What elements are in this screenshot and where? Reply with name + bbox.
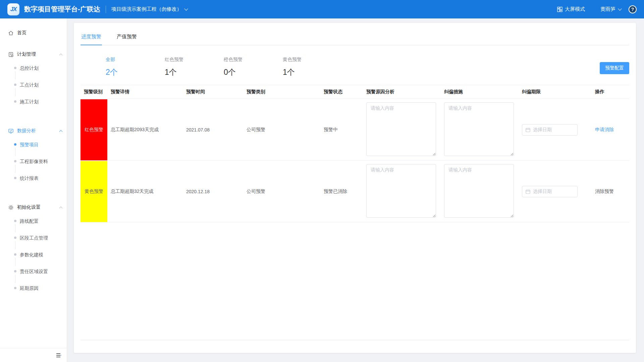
deadline-date-picker[interactable]: 选择日期 xyxy=(522,124,578,136)
bullet-icon xyxy=(14,177,16,179)
stat-value: 1个 xyxy=(283,67,342,77)
sidebar-item-construction-plan[interactable]: 施工计划 xyxy=(0,99,67,116)
app-logo: JX xyxy=(7,3,19,15)
sidebar-item-delay-reason[interactable]: 延期原因 xyxy=(0,286,67,302)
warning-status: 预警已消除 xyxy=(320,161,363,222)
col-warning-time: 预警时间 xyxy=(183,85,243,99)
tab-output-warning[interactable]: 产值预警 xyxy=(116,34,138,45)
col-warning-category: 预警类别 xyxy=(243,85,320,99)
red-warning-badge: 红色预警 xyxy=(80,99,107,160)
user-menu[interactable]: 黄雨笋 xyxy=(600,6,621,12)
top-header: JX 数字项目管理平台-广联达 项目级演示案例工程（勿修改） 大屏模式 黄雨笋 … xyxy=(0,0,644,18)
chevron-down-icon xyxy=(618,7,622,10)
col-actions: 操作 xyxy=(592,85,629,99)
sidebar-item-label: 工点计划 xyxy=(20,82,39,88)
bullet-icon xyxy=(14,143,16,146)
sidebar-item-label: 工程影像资料 xyxy=(20,159,48,164)
col-warning-level: 预警级别 xyxy=(80,85,107,99)
sidebar-item-home[interactable]: 首页 xyxy=(0,27,67,39)
corrective-measures-cell xyxy=(441,99,519,161)
warning-config-button[interactable]: 预警配置 xyxy=(600,62,629,74)
sidebar-item-site-plan[interactable]: 工点计划 xyxy=(0,82,67,99)
stat-yellow-warning[interactable]: 黄色预警 1个 xyxy=(283,57,342,80)
corrective-measures-cell xyxy=(441,161,519,222)
tab-progress-warning[interactable]: 进度预警 xyxy=(80,34,102,45)
sidebar-item-master-plan[interactable]: 总控计划 xyxy=(0,65,67,82)
sidebar-item-label: 责任区域设置 xyxy=(20,269,48,274)
col-warning-detail: 预警详情 xyxy=(107,85,183,99)
cause-analysis-cell xyxy=(363,161,441,222)
stat-value: 2个 xyxy=(106,67,165,77)
corrective-measures-input[interactable] xyxy=(444,164,514,218)
corrective-measures-input[interactable] xyxy=(444,102,514,156)
project-selector-label: 项目级演示案例工程（勿修改） xyxy=(111,6,182,12)
sidebar-item-label: 参数化建模 xyxy=(20,252,43,257)
sidebar-item-responsibility-area[interactable]: 责任区域设置 xyxy=(0,269,67,286)
plan-icon xyxy=(8,52,14,57)
tab-bar: 进度预警 产值预警 xyxy=(80,23,629,45)
sidebar-item-label: 统计报表 xyxy=(20,175,39,181)
actions-cell: 申请消除 xyxy=(592,99,629,161)
sidebar-item-label: 施工计划 xyxy=(20,99,39,104)
sidebar-section-init-settings[interactable]: 初始化设置 xyxy=(0,201,67,214)
help-button[interactable]: ? xyxy=(629,5,637,13)
chevron-up-icon xyxy=(59,130,63,133)
gear-icon xyxy=(8,205,14,210)
stat-red-warning[interactable]: 红色预警 1个 xyxy=(165,57,224,80)
warning-time: 2020.12.18 xyxy=(183,161,243,222)
clear-warning-link[interactable]: 消除预警 xyxy=(595,189,614,194)
sidebar-section-data-analysis[interactable]: 数据分析 xyxy=(0,124,67,137)
sidebar-item-parametric-modeling[interactable]: 参数化建模 xyxy=(0,252,67,269)
chevron-down-icon xyxy=(184,7,188,10)
stat-orange-warning[interactable]: 橙色预警 0个 xyxy=(224,57,283,80)
deadline-date-picker[interactable]: 选择日期 xyxy=(522,186,578,197)
sidebar-item-label: 总控计划 xyxy=(20,65,39,71)
sidebar-item-label: 首页 xyxy=(17,30,26,36)
app-title: 数字项目管理平台-广联达 xyxy=(24,5,100,14)
sidebar-item-route-config[interactable]: 路线配置 xyxy=(0,218,67,235)
date-placeholder: 选择日期 xyxy=(533,127,552,133)
bullet-icon xyxy=(14,160,16,162)
sidebar-item-label: 区段工点管理 xyxy=(20,235,48,241)
warning-detail: 总工期超期32天完成 xyxy=(107,161,183,222)
cause-analysis-input[interactable] xyxy=(366,102,436,156)
actions-cell: 消除预警 xyxy=(592,161,629,222)
warning-table: 预警级别 预警详情 预警时间 预警类别 预警状态 预警原因分析 纠偏措施 纠偏期… xyxy=(80,85,629,222)
bullet-icon xyxy=(14,237,16,239)
calendar-icon xyxy=(526,189,530,194)
stat-all[interactable]: 全部 2个 xyxy=(106,57,165,80)
col-corrective-measures: 纠偏措施 xyxy=(441,85,519,99)
warning-level-cell: 红色预警 xyxy=(80,99,107,161)
home-icon xyxy=(8,30,14,36)
sidebar-collapse-button[interactable] xyxy=(0,348,67,362)
project-selector[interactable]: 项目级演示案例工程（勿修改） xyxy=(111,6,187,12)
apply-clear-warning-link[interactable]: 申请消除 xyxy=(595,127,614,132)
stat-label: 红色预警 xyxy=(165,57,224,63)
warning-category: 公司预警 xyxy=(243,99,320,161)
bullet-icon xyxy=(14,287,16,289)
content-card: 进度预警 产值预警 全部 2个 红色预警 1个 橙色预警 0个 黄色预警 1个 … xyxy=(74,23,636,353)
card-footer-divider xyxy=(80,340,629,340)
corrective-deadline-cell: 选择日期 xyxy=(519,99,592,161)
col-cause-analysis: 预警原因分析 xyxy=(363,85,441,99)
bullet-icon xyxy=(14,100,16,103)
bullet-icon xyxy=(14,220,16,222)
big-screen-mode-button[interactable]: 大屏模式 xyxy=(557,6,585,12)
stat-label: 橙色预警 xyxy=(224,57,283,63)
corrective-deadline-cell: 选择日期 xyxy=(519,161,592,222)
sidebar-item-label: 延期原因 xyxy=(20,286,39,291)
sidebar: 首页 计划管理 总控计划 工点计划 施工计划 xyxy=(0,18,67,362)
sidebar-section-plan[interactable]: 计划管理 xyxy=(0,48,67,61)
bullet-icon xyxy=(14,84,16,86)
header-divider xyxy=(106,6,106,13)
menu-fold-icon xyxy=(56,353,61,358)
big-screen-mode-label: 大屏模式 xyxy=(565,6,585,12)
sidebar-item-project-media[interactable]: 工程影像资料 xyxy=(0,159,67,175)
sidebar-item-warning-projects[interactable]: 预警项目 xyxy=(0,142,67,159)
cause-analysis-input[interactable] xyxy=(366,164,436,218)
table-row: 黄色预警 总工期超期32天完成 2020.12.18 公司预警 预警已消除 xyxy=(80,161,629,222)
stat-label: 全部 xyxy=(106,57,165,63)
warning-category: 公司预警 xyxy=(243,161,320,222)
sidebar-item-statistics-report[interactable]: 统计报表 xyxy=(0,175,67,192)
sidebar-item-section-site-mgmt[interactable]: 区段工点管理 xyxy=(0,235,67,252)
